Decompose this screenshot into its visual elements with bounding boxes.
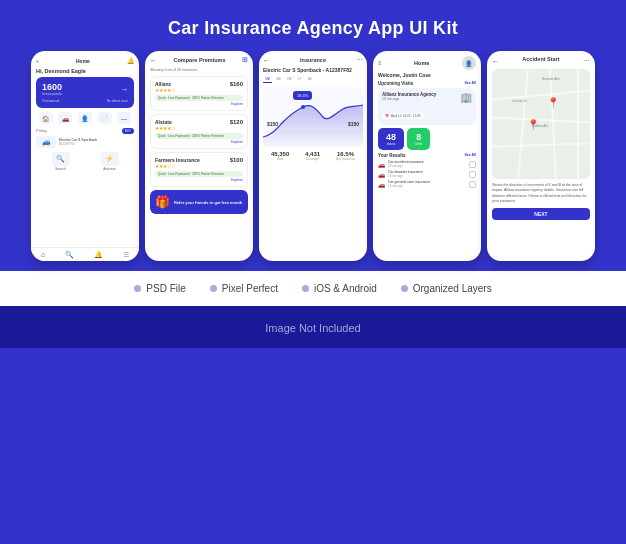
tab-1mo[interactable]: 1M xyxy=(263,76,272,83)
bell-icon: 🔔 xyxy=(127,57,134,64)
person-icon[interactable]: 👤 xyxy=(78,112,92,124)
p2-stars-3: ★★★☆☆ xyxy=(155,163,200,169)
p2-stars-2: ★★★★☆ xyxy=(155,125,175,131)
p4-checkbox-2[interactable] xyxy=(469,171,476,178)
tab-6mo[interactable]: 6M xyxy=(285,76,294,83)
ios-dot xyxy=(302,285,309,292)
phones-showcase: ≡ Home 🔔 Hi, Desmond Eagle 1600 bonus po… xyxy=(0,51,626,271)
p3-price-left: $150 xyxy=(267,121,278,127)
p4-see-all-results[interactable]: See All xyxy=(464,153,476,158)
p4-results-label: Your Results See All xyxy=(378,153,476,158)
p1-policy-label-text: Policy xyxy=(36,128,47,134)
p4-counts: 48 claims 8 alerts xyxy=(378,128,476,150)
p5-title: Accident Start xyxy=(522,56,559,62)
p2-title: Compare Premiums xyxy=(174,57,226,63)
p4-checkbox-1[interactable] xyxy=(469,161,476,168)
p4-see-all-visits[interactable]: See All xyxy=(464,81,476,86)
layers-label: Organized Layers xyxy=(413,283,492,294)
p2-filter-icon[interactable]: ⊞ xyxy=(242,56,248,64)
feature-psd: PSD File xyxy=(134,283,185,294)
tab-1yr[interactable]: 1Y xyxy=(296,76,304,83)
footer-bell-icon[interactable]: 🔔 xyxy=(94,251,103,259)
p3-car-title: Electric Car S Sportback - A12387F82 xyxy=(263,67,363,73)
p2-back-icon[interactable]: ← xyxy=(150,57,157,64)
p1-activate-label: Activate xyxy=(103,167,115,171)
p1-search-btn[interactable]: 🔍 Search xyxy=(52,152,70,171)
more-icon[interactable]: ⋯ xyxy=(117,112,131,124)
activate-icon: ⚡ xyxy=(101,152,119,166)
p1-nav-label: Home xyxy=(76,58,90,64)
header: Car Insurance Agency App UI Kit xyxy=(0,0,626,51)
p5-road-v3 xyxy=(577,69,579,179)
features-bar: PSD File Pixel Perfect iOS & Android Org… xyxy=(0,271,626,306)
p4-visit-card: Allianz Insurance Agency 10 min ago 🏢 📅 … xyxy=(378,88,476,125)
footer-menu-icon[interactable]: ☰ xyxy=(123,251,129,259)
p3-tabs: 1M 3M 6M 1Y All xyxy=(263,76,363,83)
p1-car-id: A1228TF82 xyxy=(59,142,97,146)
p4-claims-num: 48 xyxy=(386,132,396,142)
car-small-icon: 🚙 xyxy=(36,136,56,148)
p2-price-1: $160 xyxy=(230,81,243,87)
p2-promo-banner[interactable]: 🎁 Refer your friends to get free month xyxy=(150,190,248,214)
p1-activate-btn[interactable]: ⚡ Activate xyxy=(101,152,119,171)
p3-stat-2: 4,431 Coverage xyxy=(305,151,320,161)
p4-visit-time: 10 min ago xyxy=(382,97,436,101)
p5-street-label-1: Burnside Ave xyxy=(542,77,560,81)
p5-pin-blue: 📍 xyxy=(547,97,559,108)
hamburger-icon: ≡ xyxy=(36,58,39,64)
gift-icon: 🎁 xyxy=(155,195,170,209)
tab-all[interactable]: All xyxy=(306,76,314,83)
p5-description: Shows the direction of movement of X and… xyxy=(492,183,590,204)
p1-nav: ≡ Home 🔔 xyxy=(36,57,134,64)
p5-road-h3 xyxy=(492,142,590,147)
p3-graph: 18.4% $150 $150 xyxy=(263,87,363,147)
p3-back-icon[interactable]: ← xyxy=(263,57,270,64)
p4-checkbox-3[interactable] xyxy=(469,181,476,188)
p4-alerts-num: 8 xyxy=(416,132,421,142)
phone5-map: ← Accident Start ⋯ Burnside Ave Lorenzo … xyxy=(487,51,595,261)
p1-blue-card: 1600 bonus points → Total amount No clai… xyxy=(36,77,134,108)
p1-greeting: Hi, Desmond Eagle xyxy=(36,68,134,74)
p1-claims-label: No claims since xyxy=(107,99,128,103)
p1-points-label: bonus points xyxy=(42,92,62,96)
p4-claims-box: 48 claims xyxy=(378,128,404,150)
p2-explore-1[interactable]: Explore xyxy=(155,102,243,106)
p2-explore-2[interactable]: Explore xyxy=(155,140,243,144)
p5-road-v2 xyxy=(549,69,557,179)
pixel-dot xyxy=(210,285,217,292)
p5-more-icon[interactable]: ⋯ xyxy=(583,57,590,65)
car-icon[interactable]: 🚗 xyxy=(58,112,72,124)
car-result-icon-1: 🚗 xyxy=(378,161,385,168)
p4-avatar: 👤 xyxy=(462,56,476,70)
p4-alerts-label: alerts xyxy=(415,142,422,146)
p1-buy-button[interactable]: BUY xyxy=(122,128,134,134)
document-icon[interactable]: 📄 xyxy=(98,112,112,124)
phone4-results: ≡ Home 👤 Welcome, Justin Case Upcoming V… xyxy=(373,51,481,261)
phone1-home: ≡ Home 🔔 Hi, Desmond Eagle 1600 bonus po… xyxy=(31,51,139,261)
p4-visit-date: 📅 April 12, 14:00 - 15:00 xyxy=(382,113,424,119)
p1-search-label: Search xyxy=(55,167,66,171)
p2-explore-3[interactable]: Explore xyxy=(155,178,243,182)
feature-pixel: Pixel Perfect xyxy=(210,283,278,294)
tab-3mo[interactable]: 3M xyxy=(274,76,283,83)
p1-points: 1600 xyxy=(42,82,62,92)
svg-point-3 xyxy=(301,105,305,109)
home-icon[interactable]: 🏠 xyxy=(39,112,53,124)
p1-total-label: Total amount xyxy=(42,99,59,103)
p1-service-icons: 🏠 🚗 👤 📄 ⋯ xyxy=(36,112,134,124)
p3-more-icon[interactable]: ⋯ xyxy=(356,56,363,64)
p2-price-2: $120 xyxy=(230,119,243,125)
footer-search-icon[interactable]: 🔍 xyxy=(65,251,74,259)
p5-back-icon[interactable]: ← xyxy=(492,58,499,65)
psd-label: PSD File xyxy=(146,283,185,294)
p5-next-button[interactable]: NEXT xyxy=(492,208,590,220)
feature-ios: iOS & Android xyxy=(302,283,377,294)
footer-home-icon[interactable]: ⌂ xyxy=(41,251,45,258)
footer-text: Image Not Included xyxy=(265,322,360,334)
ios-label: iOS & Android xyxy=(314,283,377,294)
p2-tag-2: Quick · Less Paperwork · 200% Partner Re… xyxy=(155,133,243,139)
p3-title: Insurance xyxy=(300,57,326,63)
p3-stats: 45,350 units 4,431 Coverage 16.5% Buy In… xyxy=(263,151,363,161)
p2-promo-text: Refer your friends to get free month xyxy=(174,200,242,205)
p4-menu-icon[interactable]: ≡ xyxy=(378,60,382,66)
